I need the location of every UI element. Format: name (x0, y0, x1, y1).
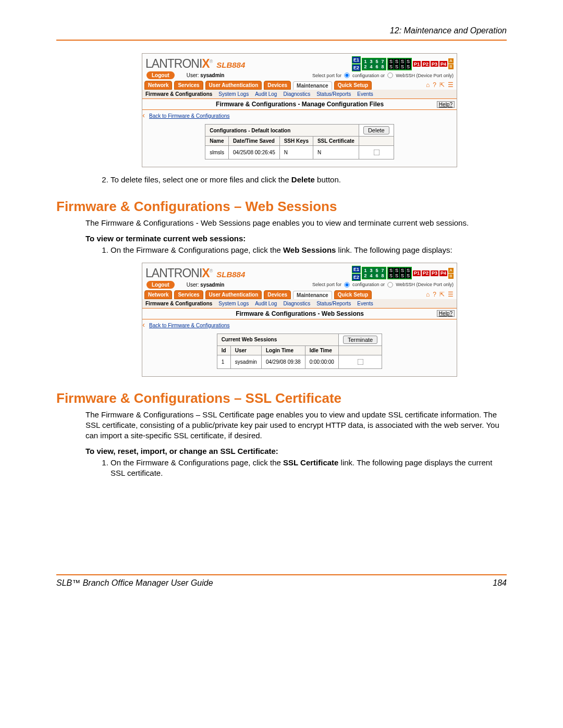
web-sessions-table: Current Web SessionsTerminate IdUserLogi… (217, 334, 382, 369)
footer-title: SLB™ Branch Office Manager User Guide (56, 578, 213, 588)
body-text: The Firmware & Configurations - Web Sess… (85, 218, 507, 228)
subheading: To view, reset, import, or change an SSL… (85, 447, 507, 455)
logout-button[interactable]: Logout (146, 71, 175, 79)
subtab-diagnostics[interactable]: Diagnostics (283, 301, 310, 306)
configurations-table: Configurations - Default locationDelete … (205, 124, 394, 159)
home-icon[interactable]: ⌂ (426, 81, 430, 89)
logo: LANTRONIX® SLB884 (145, 57, 245, 71)
expand-icon[interactable]: ⇱ (439, 81, 445, 89)
port-select-mode: Select port for configuration or WebSSH … (312, 281, 454, 288)
help-button[interactable]: Help? (437, 101, 455, 108)
tab-devices[interactable]: Devices (264, 81, 291, 90)
back-link[interactable]: Back to Firmware & Configurations (145, 319, 234, 331)
screenshot-manage-config: LANTRONIX® SLB884 E1E2 1357 2468 SSSS SS… (142, 53, 457, 167)
tab-quick-setup[interactable]: Quick Setup (334, 290, 372, 299)
subtab-status-reports[interactable]: Status/Reports (316, 301, 351, 306)
table-row: 1sysadmin04/29/08 09:380:00:00:00 (217, 355, 382, 368)
subtab-events[interactable]: Events (357, 91, 373, 97)
row-checkbox[interactable] (373, 150, 380, 156)
list-icon[interactable]: ☰ (448, 81, 454, 89)
page-title: Firmware & Configurations - Web Sessions (163, 310, 437, 317)
tab-services[interactable]: Services (174, 81, 203, 90)
help-button[interactable]: Help? (437, 310, 455, 317)
subtab-audit-log[interactable]: Audit Log (255, 301, 277, 306)
subtab-status-reports[interactable]: Status/Reports (316, 91, 351, 97)
logout-button[interactable]: Logout (146, 281, 175, 289)
port-indicator-grid: E1E2 1357 2468 SSSS SSSS P1 P2 P3 P4 (352, 56, 454, 71)
subtab-system-logs[interactable]: System Logs (218, 91, 249, 97)
radio-webssh[interactable] (387, 282, 393, 287)
subtab-audit-log[interactable]: Audit Log (255, 91, 277, 97)
delete-button[interactable]: Delete (363, 126, 389, 134)
table-row: slmsls04/25/08 00:26:45NN (205, 146, 394, 159)
tab-maintenance[interactable]: Maintenance (293, 81, 332, 90)
tab-devices[interactable]: Devices (264, 290, 291, 299)
row-checkbox[interactable] (358, 359, 364, 365)
footer-rule (56, 574, 507, 575)
chapter-header: 12: Maintenance and Operation (56, 26, 507, 38)
header-rule (56, 40, 507, 41)
subtab-system-logs[interactable]: System Logs (218, 301, 249, 306)
tab-network[interactable]: Network (144, 81, 172, 90)
subtab-firmware[interactable]: Firmware & Configurations (145, 301, 212, 306)
body-text: The Firmware & Configurations – SSL Cert… (85, 410, 507, 441)
step-list: On the Firmware & Configurations page, c… (94, 458, 507, 479)
subtab-diagnostics[interactable]: Diagnostics (283, 91, 310, 97)
terminate-button[interactable]: Terminate (343, 336, 377, 344)
tab-quick-setup[interactable]: Quick Setup (334, 81, 372, 90)
tab-user-authentication[interactable]: User Authentication (205, 81, 262, 90)
section-heading-web-sessions: Firmware & Configurations – Web Sessions (56, 199, 507, 215)
logo: LANTRONIX® SLB884 (145, 266, 245, 280)
radio-configuration[interactable] (344, 282, 349, 287)
tab-maintenance[interactable]: Maintenance (293, 291, 332, 299)
page-title: Firmware & Configurations - Manage Confi… (163, 101, 437, 108)
help-icon[interactable]: ? (433, 291, 436, 298)
tab-services[interactable]: Services (174, 290, 203, 299)
radio-configuration[interactable] (344, 72, 349, 78)
port-indicator-grid: E1E2 1357 2468 SSSS SSSS P1 P2 P3 P4 (352, 266, 454, 281)
subtab-firmware[interactable]: Firmware & Configurations (145, 91, 212, 97)
radio-webssh[interactable] (387, 72, 393, 78)
tab-user-authentication[interactable]: User Authentication (205, 290, 262, 299)
subtab-events[interactable]: Events (357, 301, 373, 306)
section-heading-ssl-certificate: Firmware & Configurations – SSL Certific… (56, 390, 507, 406)
step-list: On the Firmware & Configurations page, c… (94, 245, 507, 255)
help-icon[interactable]: ? (433, 81, 436, 89)
home-icon[interactable]: ⌂ (426, 291, 430, 298)
back-link[interactable]: Back to Firmware & Configurations (145, 110, 234, 122)
page-number: 184 (493, 578, 507, 588)
screenshot-web-sessions: LANTRONIX® SLB884 E1E2 1357 2468 SSSS SS… (142, 263, 457, 377)
step-list: To delete files, select one or more file… (94, 175, 507, 185)
list-icon[interactable]: ☰ (448, 291, 454, 298)
port-select-mode: Select port for configuration or WebSSH … (312, 72, 454, 79)
expand-icon[interactable]: ⇱ (439, 291, 445, 298)
subheading: To view or terminate current web session… (85, 234, 507, 243)
tab-network[interactable]: Network (144, 290, 172, 299)
